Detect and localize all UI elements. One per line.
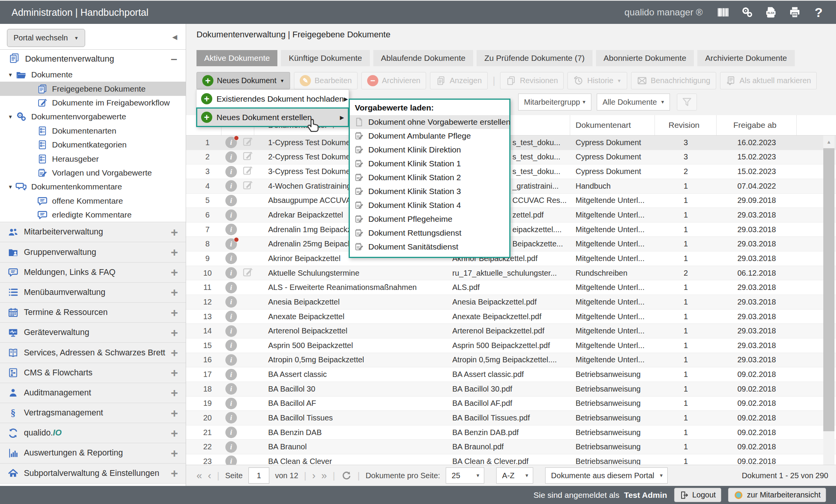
toolbar-als-aktuell-markieren[interactable]: Als aktuell markieren [720, 72, 817, 89]
column-header-dokumentenart[interactable]: Dokumentenart [570, 115, 655, 135]
menu-item-neues-dokument-erstellen[interactable]: +Neues Dokument erstellen▶ [196, 108, 349, 127]
page-number-input[interactable] [248, 467, 269, 484]
xlsx-export-icon[interactable]: XLSX [764, 5, 778, 20]
sidebar-collapse-icon[interactable]: ◀ [172, 33, 177, 41]
submenu-item-dokument-klinik-station-4[interactable]: Dokument Klinik Station 4 [350, 198, 509, 212]
sidebar-section-qualido-io[interactable]: qualido.IO+ [0, 423, 186, 443]
info-icon[interactable]: i [225, 455, 237, 465]
scroll-up-icon[interactable]: ▲ [823, 136, 834, 148]
edit-icon[interactable] [242, 179, 253, 193]
toolbar-historie[interactable]: Historie▼ [567, 72, 627, 89]
info-icon[interactable]: i [225, 427, 237, 438]
info-icon[interactable]: i [225, 296, 237, 308]
refresh-button[interactable] [341, 470, 352, 481]
sidebar-item-freigegebene-dokumente[interactable]: Freigegebene Dokumente [0, 82, 186, 95]
table-row[interactable]: 14iArterenol BeipackzettelArterenol Beip… [186, 324, 836, 338]
tab-archivierte-dokumente[interactable]: Archivierte Dokumente [697, 50, 794, 66]
info-icon[interactable]: i [225, 151, 237, 163]
column-header-revision[interactable]: Revision [655, 115, 717, 135]
submenu-item-dokument-klinik-station-2[interactable]: Dokument Klinik Station 2 [350, 171, 509, 184]
table-row[interactable]: 5iAbsaugpumpe ACCUVACCCUVAC Res...Mitgel… [186, 194, 836, 208]
table-row[interactable]: 22iBA BraunolBA Braunol.pdfBetriebsanwei… [186, 440, 836, 454]
per-page-select[interactable]: 25 ▼ [446, 467, 484, 484]
menu-item-existierendes-dokument-hochladen[interactable]: +Existierendes Dokument hochladen▶ [196, 90, 349, 108]
sidebar-section-auswertungen-reporting[interactable]: Auswertungen & Reporting+ [0, 443, 186, 463]
sidebar-item-dokumentenarten[interactable]: Dokumentenarten [0, 124, 186, 138]
table-row[interactable]: 8iAdrenalin 25mg BeipackBeipackzette...M… [186, 237, 836, 251]
submenu-item-dokument-klinik-direktion[interactable]: Dokument Klinik Direktion [350, 143, 509, 157]
filter-select-alle-dokumente[interactable]: Alle Dokumente▼ [597, 94, 670, 111]
sidebar-section-auditmanagement[interactable]: Auditmanagement+ [0, 383, 186, 403]
edit-icon[interactable] [242, 136, 253, 149]
sidebar-item-vorlagen-und-vorgabewerte[interactable]: Vorlagen und Vorgabewerte [0, 166, 186, 180]
info-icon[interactable]: i [225, 383, 237, 395]
table-row[interactable]: 13iAnexate BeipackzettelAnexate Beipackz… [186, 310, 836, 324]
logout-button[interactable]: Logout [674, 488, 721, 502]
submenu-item-dokument-sanit-tsdienst[interactable]: Dokument Sanitätsdienst [350, 240, 509, 254]
tab-k-nftige-dokumente[interactable]: Künftige Dokumente [281, 50, 369, 66]
tab-abonnierte-dokumente[interactable]: Abonnierte Dokumente [596, 50, 694, 66]
info-icon[interactable]: i [225, 238, 237, 250]
table-row[interactable]: 15iAsprin 500 BeipackzettelAsprin 500 Be… [186, 338, 836, 353]
submenu-item-dokument-pflegeheime[interactable]: Dokument Pflegeheime [350, 212, 509, 226]
info-icon[interactable]: i [225, 267, 237, 279]
info-icon[interactable]: i [225, 354, 237, 366]
submenu-item-dokument-ambulante-pflege[interactable]: Dokument Ambulante Pflege [350, 129, 509, 143]
edit-icon[interactable] [242, 266, 253, 280]
sidebar-item-herausgeber[interactable]: Herausgeber [0, 152, 186, 166]
switch-to-employee-view-button[interactable]: zur Mitarbeiteransicht [728, 488, 826, 502]
sidebar-section-subportalverwaltung-einstellungen[interactable]: Subportalverwaltung & Einstellungen+ [0, 463, 186, 483]
sidebar-item-dokumentenkommentare[interactable]: ▼Dokumentenkommentare [0, 180, 186, 194]
toolbar-benachrichtigung[interactable]: Benachrichtigung [631, 72, 716, 89]
sidebar-section-dokumentenverwaltung[interactable]: Dokumentenverwaltung – [0, 49, 186, 68]
submenu-item-dokument-ohne-vorgabewerte-erstellen[interactable]: Dokument ohne Vorgabewerte erstellen [350, 115, 509, 129]
filter-select-mitarbeitergrupp[interactable]: Mitarbeitergrupp▼ [518, 94, 591, 111]
toolbar-anzeigen[interactable]: Anzeigen [430, 72, 487, 89]
tab-ablaufende-dokumente[interactable]: Ablaufende Dokumente [373, 50, 473, 66]
tab-zu-pr-fende-dokumente-7[interactable]: Zu Prüfende Dokumente (7) [477, 50, 592, 66]
table-row[interactable]: 11iALS - Erweiterte Reanimationsmaßnahme… [186, 280, 836, 295]
sidebar-item-dokumente-im-freigabeworkflow[interactable]: Dokumente im Freigabeworkflow [0, 96, 186, 110]
sidebar-section-ger-teverwaltung[interactable]: Geräteverwaltung+ [0, 322, 186, 342]
prev-page-button[interactable]: ‹ [208, 471, 211, 481]
gears-icon[interactable] [740, 5, 754, 20]
first-page-button[interactable]: « [196, 471, 202, 481]
scrollbar-thumb[interactable] [823, 148, 834, 431]
info-icon[interactable]: i [225, 180, 237, 192]
edit-icon[interactable] [242, 150, 253, 164]
info-icon[interactable]: i [225, 398, 237, 409]
help-icon[interactable]: ? [811, 5, 826, 20]
next-page-button[interactable]: › [312, 471, 316, 481]
table-row[interactable]: 23iBA Clean & CleverBA Clean & Clever.pd… [186, 454, 836, 465]
toolbar-archivieren[interactable]: −Archivieren [361, 72, 426, 89]
toolbar-bearbeiten[interactable]: ✎Bearbeiten [294, 72, 358, 89]
info-icon[interactable]: i [225, 209, 237, 221]
sidebar-section-men-baumverwaltung[interactable]: Menübaumverwaltung+ [0, 282, 186, 302]
sidebar-section-mitarbeiterverwaltung[interactable]: Mitarbeiterverwaltung+ [0, 222, 186, 242]
info-icon[interactable]: i [225, 137, 237, 148]
sidebar-section-vertragsmanagement[interactable]: §Vertragsmanagement+ [0, 403, 186, 423]
sidebar-section-gruppenverwaltung[interactable]: Gruppenverwaltung+ [0, 242, 186, 262]
table-row[interactable]: 2i2-Cypress Test Dokumes_test_doku...Cyp… [186, 150, 836, 165]
table-row[interactable]: 19iBA Bacillol AFBA Bacillol AF.pdfBetri… [186, 397, 836, 411]
table-row[interactable]: 10iAktuelle Schulungstermineru_17_aktuel… [186, 266, 836, 281]
table-row[interactable]: 17iBA Assert classicBA Assert classic.pd… [186, 367, 836, 382]
info-icon[interactable]: i [225, 412, 237, 424]
toolbar-revisionen[interactable]: Revisionen [500, 72, 564, 89]
sidebar-item-erledigte-kommentare[interactable]: erledigte Kommentare [0, 208, 186, 222]
table-row[interactable]: 21iBA Benzin DABBA Benzin DAB.pdfBetrieb… [186, 425, 836, 440]
sidebar-section-termine-ressourcen[interactable]: Termine & Ressourcen+ [0, 302, 186, 322]
edit-icon[interactable] [242, 165, 253, 178]
info-icon[interactable]: i [225, 166, 237, 177]
tab-aktive-dokumente[interactable]: Aktive Dokumente [196, 50, 277, 66]
column-header-freigabe-ab[interactable]: Freigabe ab [717, 115, 797, 135]
table-row[interactable]: 18iBA Bacillol 30BA Bacillol 30.pdfBetri… [186, 382, 836, 397]
info-icon[interactable]: i [225, 253, 237, 264]
info-icon[interactable]: i [225, 311, 237, 322]
print-icon[interactable] [787, 5, 802, 20]
info-icon[interactable]: i [225, 195, 237, 206]
sort-order-select[interactable]: A-Z ▼ [496, 467, 533, 484]
sidebar-section-meldungen-links-faq[interactable]: Meldungen, Links & FAQ+ [0, 262, 186, 282]
table-row[interactable]: 12iAnesia BeipackzettelAnesia Beipackzet… [186, 295, 836, 310]
table-row[interactable]: 4i4-Wochen Gratistraining_gratistraini..… [186, 179, 836, 194]
